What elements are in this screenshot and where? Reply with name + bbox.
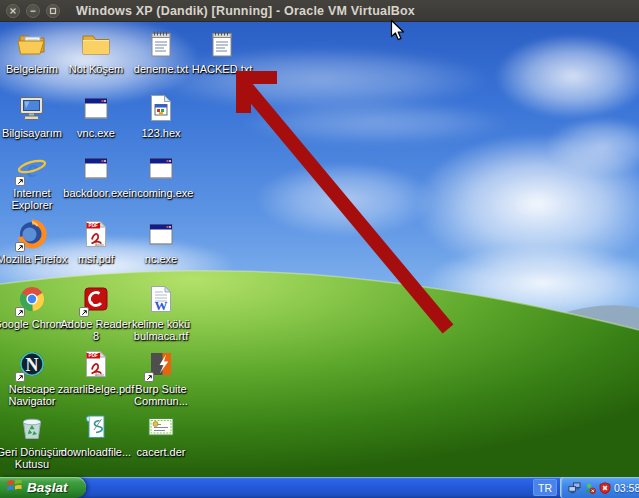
netscape-icon: N	[15, 348, 49, 382]
desktop-icon-nc-exe[interactable]: nc.exe	[118, 218, 204, 265]
svg-text:W: W	[155, 298, 168, 313]
icon-label: cacert.der	[137, 446, 186, 458]
app-window-icon	[144, 152, 178, 186]
titlebar: Windows XP (Dandik) [Running] - Oracle V…	[0, 0, 639, 22]
network-icon[interactable]	[568, 482, 581, 494]
pdf-icon: PDFAdobe	[79, 218, 113, 252]
icon-label: incoming.exe	[129, 187, 194, 199]
icon-label: Internet Explorer	[12, 187, 53, 211]
start-label: Başlat	[27, 480, 68, 495]
window-title: Windows XP (Dandik) [Running] - Oracle V…	[76, 4, 415, 18]
burp-icon	[144, 348, 178, 382]
svg-text:PDF: PDF	[89, 353, 98, 358]
close-button[interactable]	[6, 4, 20, 18]
shortcut-arrow-icon	[15, 307, 25, 317]
pdf-icon: PDFAdobe	[79, 348, 113, 382]
start-button[interactable]: Başlat	[0, 477, 86, 498]
minimize-icon	[29, 7, 37, 15]
system-tray: 03:58	[560, 477, 639, 498]
desktop-icon-hacked-txt[interactable]: HACKED.txt	[179, 28, 265, 75]
my-documents-icon	[15, 28, 49, 62]
svg-text:PDF: PDF	[89, 223, 98, 228]
virtualbox-window: Windows XP (Dandik) [Running] - Oracle V…	[0, 0, 639, 498]
minimize-button[interactable]	[26, 4, 40, 18]
adobe-reader-icon	[79, 283, 113, 317]
svg-text:Adobe: Adobe	[95, 243, 104, 247]
certificate-icon	[144, 411, 178, 445]
desktop-icon-cacert-der[interactable]: cacert.der	[118, 411, 204, 458]
desktop-icon-burp-suite-commun[interactable]: Burp Suite Commun...	[118, 348, 204, 407]
text-file-icon	[205, 28, 239, 62]
desktop-icon-incoming-exe[interactable]: incoming.exe	[118, 152, 204, 199]
messenger-icon[interactable]	[584, 482, 596, 494]
icon-label: Belgelerim	[6, 63, 58, 75]
recycle-bin-icon	[15, 411, 49, 445]
icon-label: Netscape Navigator	[8, 383, 55, 407]
icon-label: nc.exe	[145, 253, 177, 265]
desktop-icon-123-hex[interactable]: 123.hex	[118, 92, 204, 139]
icon-label: msf.pdf	[78, 253, 114, 265]
maximize-button[interactable]	[46, 4, 60, 18]
security-shield-icon[interactable]	[599, 482, 611, 494]
app-window-icon	[144, 218, 178, 252]
icon-label: Burp Suite Commun...	[134, 383, 188, 407]
svg-text:e: e	[26, 154, 38, 183]
icon-label: Not Köşem	[69, 63, 123, 75]
chrome-icon	[15, 283, 49, 317]
app-window-icon	[79, 152, 113, 186]
desktop-icon-kelime-k-k-bulmaca-rtf[interactable]: Wkelime kökü bulmaca.rtf	[118, 283, 204, 342]
windows-logo-icon	[6, 478, 23, 497]
close-icon	[9, 7, 17, 15]
shortcut-arrow-icon	[15, 372, 25, 382]
icon-label: vnc.exe	[77, 127, 115, 139]
taskbar-empty-area[interactable]	[86, 477, 530, 498]
shortcut-arrow-icon	[144, 372, 154, 382]
svg-text:Adobe: Adobe	[95, 373, 104, 377]
svg-text:N: N	[26, 355, 39, 375]
firefox-icon	[15, 218, 49, 252]
script-file-icon	[79, 411, 113, 445]
app-window-icon	[79, 92, 113, 126]
maximize-icon	[49, 7, 57, 15]
icon-label: HACKED.txt	[192, 63, 253, 75]
icon-label: 123.hex	[141, 127, 180, 139]
language-indicator[interactable]: TR	[533, 479, 557, 496]
rtf-icon: W	[144, 283, 178, 317]
unknown-file-icon	[144, 92, 178, 126]
tray-clock[interactable]: 03:58	[614, 482, 639, 494]
folder-icon	[79, 28, 113, 62]
shortcut-arrow-icon	[15, 176, 25, 186]
internet-explorer-icon: e	[15, 152, 49, 186]
shortcut-arrow-icon	[79, 307, 89, 317]
text-file-icon	[144, 28, 178, 62]
desktop[interactable]: BelgelerimNot Köşemdeneme.txtHACKED.txtB…	[0, 22, 639, 477]
my-computer-icon	[15, 92, 49, 126]
icon-label: kelime kökü bulmaca.rtf	[132, 318, 190, 342]
taskbar: Başlat TR	[0, 477, 639, 498]
shortcut-arrow-icon	[15, 242, 25, 252]
